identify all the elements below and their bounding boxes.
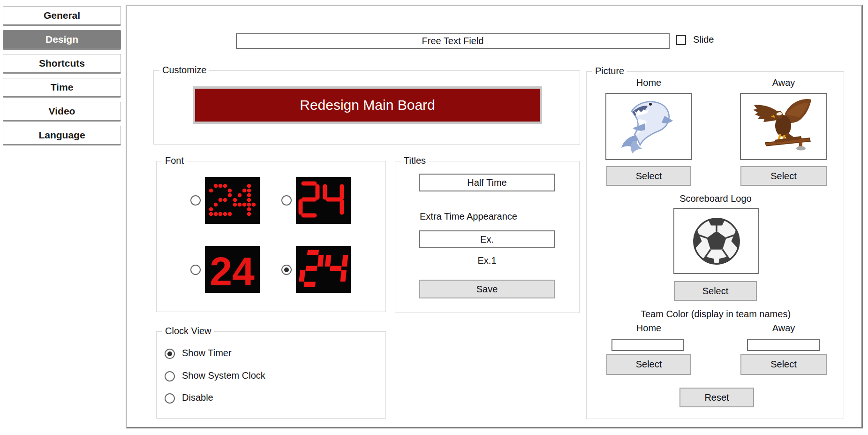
clock-view-group: Clock View Show Timer Show System Clock … <box>156 331 386 419</box>
clock-radio-disable[interactable] <box>165 393 175 404</box>
picture-away-label: Away <box>740 77 827 88</box>
svg-text:24: 24 <box>210 249 255 293</box>
font-group: Font <box>156 161 386 312</box>
dot-matrix-24-icon <box>205 177 260 224</box>
clock-radio-show-system-clock-label: Show System Clock <box>182 370 265 381</box>
soccer-ball-icon <box>689 214 744 269</box>
sidebar-tab-language[interactable]: Language <box>3 126 121 145</box>
select-team-color-away-button[interactable]: Select <box>740 354 827 375</box>
team-color-label: Team Color (display in team names) <box>587 309 845 320</box>
team-color-away-label: Away <box>740 323 827 334</box>
seven-segment-24-icon <box>296 246 351 293</box>
font-sample-plain[interactable]: 24 <box>205 246 260 293</box>
scoreboard-logo-label: Scoreboard Logo <box>587 193 845 204</box>
sidebar-tab-shortcuts[interactable]: Shortcuts <box>3 54 121 74</box>
scoreboard-settings-window: General Design Shortcuts Time Video Lang… <box>0 0 868 435</box>
select-home-image-button[interactable]: Select <box>606 166 691 186</box>
font-radio-seven-segment[interactable] <box>281 265 292 275</box>
team-color-reset-button[interactable]: Reset <box>679 388 754 407</box>
font-radio-rounded-segment[interactable] <box>281 195 292 206</box>
extra-time-caption: Ex.1 <box>419 255 555 266</box>
clock-radio-show-system-clock[interactable] <box>165 371 175 382</box>
shark-icon <box>619 96 679 157</box>
customize-group: Customize Redesign Main Board <box>153 70 580 145</box>
team-color-home-swatch <box>611 339 684 351</box>
team-color-away-swatch <box>747 339 820 351</box>
clock-view-group-title: Clock View <box>162 326 214 336</box>
half-time-input[interactable] <box>419 174 555 191</box>
titles-save-button[interactable]: Save <box>419 280 555 298</box>
font-radio-plain[interactable] <box>190 265 201 275</box>
select-away-image-button[interactable]: Select <box>740 166 827 186</box>
free-text-field-input[interactable] <box>236 33 670 49</box>
select-scoreboard-logo-button[interactable]: Select <box>674 281 757 301</box>
sidebar-tab-time[interactable]: Time <box>3 78 121 98</box>
picture-group: Picture Home Away <box>586 71 844 419</box>
team-color-home-label: Home <box>605 323 692 334</box>
extra-time-input[interactable] <box>419 230 555 248</box>
slide-checkbox-label: Slide <box>693 34 714 45</box>
select-team-color-home-button[interactable]: Select <box>606 354 691 375</box>
redesign-main-board-button[interactable]: Redesign Main Board <box>193 86 542 124</box>
font-sample-rounded-segment[interactable] <box>296 177 351 224</box>
slide-checkbox[interactable] <box>676 35 686 45</box>
sidebar-tab-design[interactable]: Design <box>3 30 121 50</box>
scoreboard-logo-image <box>673 208 759 274</box>
titles-group-title: Titles <box>401 155 429 166</box>
titles-group: Titles Extra Time Appearance Ex.1 Save <box>395 161 580 313</box>
clock-radio-disable-label: Disable <box>182 392 213 403</box>
rounded-segment-24-icon <box>296 177 351 224</box>
extra-time-appearance-label: Extra Time Appearance <box>420 211 517 222</box>
font-sample-dot-matrix[interactable] <box>205 177 260 224</box>
clock-radio-show-timer[interactable] <box>165 349 175 359</box>
picture-home-label: Home <box>605 77 692 88</box>
plain-24-icon: 24 <box>205 246 260 293</box>
home-team-image <box>605 93 692 160</box>
away-team-image <box>740 93 827 160</box>
picture-group-title: Picture <box>592 66 627 76</box>
font-group-title: Font <box>162 155 187 166</box>
font-radio-dot-matrix[interactable] <box>190 195 201 206</box>
eagle-icon <box>752 98 815 156</box>
clock-radio-show-timer-label: Show Timer <box>182 348 232 359</box>
sidebar-tab-video[interactable]: Video <box>3 102 121 122</box>
sidebar-tab-general[interactable]: General <box>3 6 121 26</box>
customize-group-title: Customize <box>159 65 209 76</box>
font-sample-seven-segment[interactable] <box>296 246 351 293</box>
